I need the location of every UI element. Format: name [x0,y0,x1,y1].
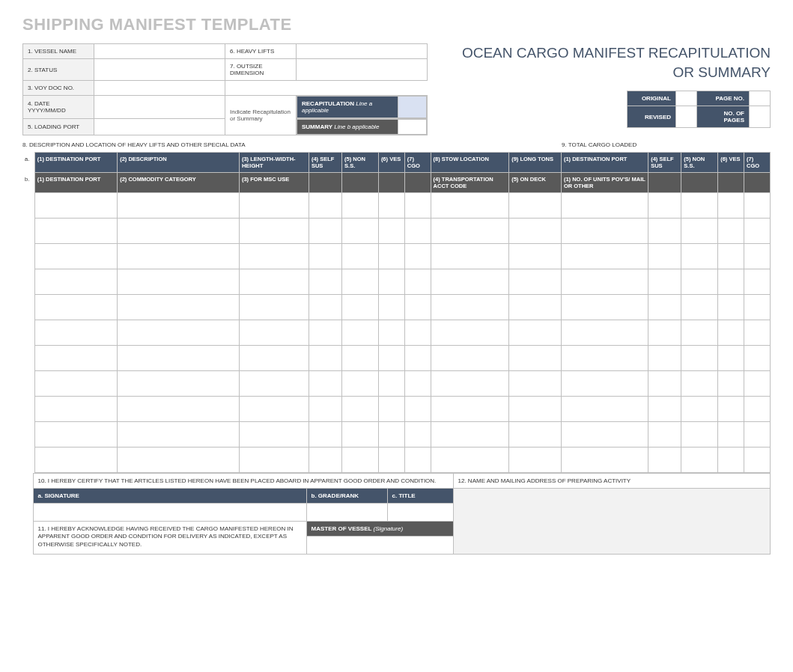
input-revised[interactable] [676,106,697,128]
col-b-3: (3) FOR MSC USE [239,173,309,193]
table-row[interactable] [22,448,771,473]
input-outsize-dim[interactable] [297,59,428,81]
col-a-6: (6) VES [378,153,404,173]
label-nopages: NO. OF PAGES [697,106,750,128]
section-10: 10. I HEREBY CERTIFY THAT THE ARTICLES L… [33,474,453,489]
row-b-letter: b. [22,173,34,193]
col-b-rblank7 [744,173,771,193]
col-b-blank5 [342,173,379,193]
label-pageno: PAGE NO. [697,91,750,106]
input-signature-a[interactable] [33,504,306,522]
summ-suffix: Line b applicable [334,123,379,130]
col-b-1: (1) DESTINATION PORT [34,173,117,193]
input-master-signature[interactable] [306,537,453,555]
col-a-r7: (7) CGO [744,153,771,173]
col-b-blank6 [378,173,404,193]
input-original[interactable] [676,91,697,106]
label-title: c. TITLE [387,489,453,504]
col-a-r4: (4) SELF SUS [648,153,681,173]
table-row[interactable] [22,269,771,295]
info-fields-table: 1. VESSEL NAME 6. HEAVY LIFTS 2. STATUS … [22,43,428,135]
section-12: 12. NAME AND MAILING ADDRESS OF PREPARIN… [453,474,770,489]
input-preparing-activity[interactable] [453,489,770,555]
col-a-r5: (5) NON S.S. [681,153,718,173]
input-grade-rank[interactable] [306,504,387,522]
col-b-rblank4 [648,173,681,193]
label-loading-port: 5. LOADING PORT [23,119,94,135]
section-11: 11. I HEREBY ACKNOWLEDGE HAVING RECEIVED… [33,522,306,555]
row-a-letter: a. [22,153,34,173]
label-original: ORIGINAL [628,91,676,106]
col-a-8: (8) STOW LOCATION [431,153,509,173]
section-8-label: 8. DESCRIPTION AND LOCATION OF HEAVY LIF… [22,141,532,148]
col-a-2: (2) DESCRIPTION [118,153,240,173]
col-b-rblank5 [681,173,718,193]
col-b-rblank6 [718,173,744,193]
label-outsize-dim: 7. OUTSIZE DIMENSION [225,59,297,81]
table-row[interactable] [22,193,771,219]
label-revised: REVISED [628,106,676,128]
label-signature-a: a. SIGNATURE [33,489,306,504]
document-header: OCEAN CARGO MANIFEST RECAPITULATION OR S… [457,43,771,82]
table-row[interactable] [22,320,771,346]
col-b-blank4 [309,173,341,193]
col-b-4: (4) TRANSPORTATION ACCT CODE [431,173,509,193]
checkbox-recapitulation[interactable] [398,97,427,118]
col-b-blank7 [404,173,431,193]
col-b-2: (2) COMMODITY CATEGORY [118,173,240,193]
label-grade-rank: b. GRADE/RANK [306,489,387,504]
input-title[interactable] [387,504,453,522]
option-summary[interactable]: SUMMARY Line b applicable [297,120,398,135]
col-a-4: (4) SELF SUS [309,153,341,173]
col-a-r6: (6) VES [718,153,744,173]
input-nopages[interactable] [750,106,771,128]
summ-prefix: SUMMARY [302,123,332,130]
label-date: 4. DATE YYYY/MM/DD [23,96,94,119]
master-suffix: (Signature) [374,525,404,532]
table-row[interactable] [22,244,771,269]
label-vessel-name: 1. VESSEL NAME [23,44,94,59]
label-voy-doc: 3. VOY DOC NO. [23,81,94,96]
table-row[interactable] [22,346,771,371]
label-master-of-vessel: MASTER OF VESSEL (Signature) [306,522,453,537]
checkbox-summary[interactable] [398,120,427,135]
table-row[interactable] [22,371,771,397]
col-a-5: (5) NON S.S. [342,153,379,173]
col-b-r1: (1) NO. OF UNITS POV'S/ MAIL OR OTHER [561,173,648,193]
certification-block: 10. I HEREBY CERTIFY THAT THE ARTICLES L… [22,473,771,555]
input-loading-port[interactable] [94,119,225,135]
col-a-r1: (1) DESTINATION PORT [561,153,648,173]
recap-prefix: RECAPITULATION [302,100,354,107]
manifest-grid: a. (1) DESTINATION PORT (2) DESCRIPTION … [22,152,771,473]
col-a-9: (9) LONG TONS [509,153,562,173]
col-a-1: (1) DESTINATION PORT [34,153,117,173]
input-date[interactable] [94,96,225,119]
label-status: 2. STATUS [23,59,94,81]
master-prefix: MASTER OF VESSEL [312,525,372,532]
table-row[interactable] [22,397,771,422]
table-row[interactable] [22,219,771,244]
table-row[interactable] [22,422,771,448]
input-voy-doc[interactable] [94,81,225,96]
input-pageno[interactable] [750,91,771,106]
input-vessel-name[interactable] [94,44,225,59]
input-status[interactable] [94,59,225,81]
col-a-7: (7) CGO [404,153,431,173]
label-heavy-lifts: 6. HEAVY LIFTS [225,44,297,59]
col-a-3: (3) LENGTH-WIDTH-HEIGHT [239,153,309,173]
page-title: SHIPPING MANIFEST TEMPLATE [22,15,771,34]
table-row[interactable] [22,295,771,320]
meta-table: ORIGINAL PAGE NO. REVISED NO. OF PAGES [627,91,771,128]
option-recapitulation[interactable]: RECAPITULATION Line a applicable [297,97,398,118]
section-9-label: 9. TOTAL CARGO LOADED [562,141,771,148]
col-b-5: (5) ON DECK [509,173,562,193]
input-heavy-lifts[interactable] [297,44,428,59]
label-indicate: Indicate Recapitulation or Summary [225,96,297,135]
